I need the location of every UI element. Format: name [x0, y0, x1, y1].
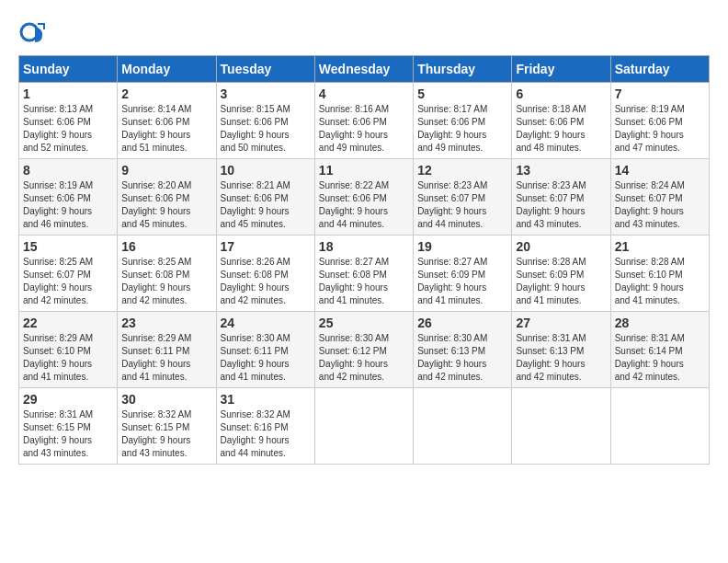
day-info: Sunrise: 8:28 AM Sunset: 6:10 PM Dayligh… [615, 256, 705, 307]
day-info: Sunrise: 8:31 AM Sunset: 6:15 PM Dayligh… [23, 408, 113, 460]
calendar-cell: 8Sunrise: 8:19 AM Sunset: 6:06 PM Daylig… [19, 159, 118, 236]
calendar-cell: 1Sunrise: 8:13 AM Sunset: 6:06 PM Daylig… [19, 83, 118, 159]
day-info: Sunrise: 8:23 AM Sunset: 6:07 PM Dayligh… [417, 179, 507, 231]
calendar-cell [512, 388, 610, 465]
calendar-cell: 5Sunrise: 8:17 AM Sunset: 6:06 PM Daylig… [414, 83, 512, 159]
day-number: 21 [615, 239, 705, 254]
day-info: Sunrise: 8:22 AM Sunset: 6:06 PM Dayligh… [319, 179, 409, 231]
day-number: 31 [221, 392, 311, 407]
calendar-cell: 3Sunrise: 8:15 AM Sunset: 6:06 PM Daylig… [216, 83, 314, 159]
calendar-cell: 29Sunrise: 8:31 AM Sunset: 6:15 PM Dayli… [19, 388, 118, 465]
day-info: Sunrise: 8:23 AM Sunset: 6:07 PM Dayligh… [516, 179, 606, 231]
day-info: Sunrise: 8:18 AM Sunset: 6:06 PM Dayligh… [516, 103, 606, 155]
weekday-header-thursday: Thursday [414, 56, 512, 83]
day-number: 30 [121, 392, 211, 407]
calendar-cell: 14Sunrise: 8:24 AM Sunset: 6:07 PM Dayli… [610, 159, 709, 236]
day-number: 26 [417, 316, 507, 330]
calendar-cell: 28Sunrise: 8:31 AM Sunset: 6:14 PM Dayli… [610, 312, 709, 388]
calendar-cell [610, 388, 709, 465]
calendar-cell: 20Sunrise: 8:28 AM Sunset: 6:09 PM Dayli… [512, 236, 610, 312]
calendar-cell: 31Sunrise: 8:32 AM Sunset: 6:16 PM Dayli… [216, 388, 314, 465]
calendar-cell: 22Sunrise: 8:29 AM Sunset: 6:10 PM Dayli… [19, 312, 118, 388]
day-info: Sunrise: 8:30 AM Sunset: 6:11 PM Dayligh… [221, 332, 311, 384]
day-number: 10 [221, 163, 311, 178]
day-info: Sunrise: 8:15 AM Sunset: 6:06 PM Dayligh… [221, 103, 311, 155]
day-info: Sunrise: 8:24 AM Sunset: 6:07 PM Dayligh… [615, 179, 705, 231]
day-info: Sunrise: 8:17 AM Sunset: 6:06 PM Dayligh… [417, 103, 507, 155]
calendar-cell: 15Sunrise: 8:25 AM Sunset: 6:07 PM Dayli… [19, 236, 118, 312]
day-number: 6 [516, 86, 606, 101]
day-number: 18 [319, 239, 409, 254]
day-info: Sunrise: 8:28 AM Sunset: 6:09 PM Dayligh… [516, 256, 606, 307]
day-info: Sunrise: 8:32 AM Sunset: 6:15 PM Dayligh… [121, 408, 211, 460]
day-info: Sunrise: 8:29 AM Sunset: 6:10 PM Dayligh… [23, 332, 113, 384]
calendar-cell: 11Sunrise: 8:22 AM Sunset: 6:06 PM Dayli… [314, 159, 413, 236]
day-number: 25 [319, 316, 409, 330]
calendar-cell: 25Sunrise: 8:30 AM Sunset: 6:12 PM Dayli… [314, 312, 413, 388]
weekday-header-tuesday: Tuesday [216, 56, 314, 83]
day-info: Sunrise: 8:27 AM Sunset: 6:08 PM Dayligh… [319, 256, 409, 307]
day-number: 28 [615, 316, 705, 330]
day-info: Sunrise: 8:14 AM Sunset: 6:06 PM Dayligh… [121, 103, 211, 155]
day-number: 17 [221, 239, 311, 254]
day-info: Sunrise: 8:19 AM Sunset: 6:06 PM Dayligh… [615, 103, 705, 155]
calendar-cell: 9Sunrise: 8:20 AM Sunset: 6:06 PM Daylig… [118, 159, 216, 236]
day-info: Sunrise: 8:16 AM Sunset: 6:06 PM Dayligh… [319, 103, 409, 155]
day-info: Sunrise: 8:21 AM Sunset: 6:06 PM Dayligh… [221, 179, 311, 231]
day-number: 4 [319, 86, 409, 101]
calendar-cell: 26Sunrise: 8:30 AM Sunset: 6:13 PM Dayli… [414, 312, 512, 388]
calendar-cell: 16Sunrise: 8:25 AM Sunset: 6:08 PM Dayli… [118, 236, 216, 312]
weekday-header-saturday: Saturday [610, 56, 709, 83]
calendar-cell [314, 388, 413, 465]
calendar-cell: 27Sunrise: 8:31 AM Sunset: 6:13 PM Dayli… [512, 312, 610, 388]
day-number: 29 [23, 392, 113, 407]
calendar-cell: 13Sunrise: 8:23 AM Sunset: 6:07 PM Dayli… [512, 159, 610, 236]
day-info: Sunrise: 8:25 AM Sunset: 6:07 PM Dayligh… [23, 256, 113, 307]
day-info: Sunrise: 8:27 AM Sunset: 6:09 PM Dayligh… [417, 256, 507, 307]
day-number: 27 [516, 316, 606, 330]
day-info: Sunrise: 8:13 AM Sunset: 6:06 PM Dayligh… [23, 103, 113, 155]
day-info: Sunrise: 8:30 AM Sunset: 6:12 PM Dayligh… [319, 332, 409, 384]
calendar-cell: 18Sunrise: 8:27 AM Sunset: 6:08 PM Dayli… [314, 236, 413, 312]
day-number: 16 [121, 239, 211, 254]
day-info: Sunrise: 8:31 AM Sunset: 6:13 PM Dayligh… [516, 332, 606, 384]
weekday-header-sunday: Sunday [19, 56, 118, 83]
day-info: Sunrise: 8:20 AM Sunset: 6:06 PM Dayligh… [121, 179, 211, 231]
calendar-cell: 6Sunrise: 8:18 AM Sunset: 6:06 PM Daylig… [512, 83, 610, 159]
calendar-cell: 7Sunrise: 8:19 AM Sunset: 6:06 PM Daylig… [610, 83, 709, 159]
calendar-cell: 24Sunrise: 8:30 AM Sunset: 6:11 PM Dayli… [216, 312, 314, 388]
calendar-cell: 23Sunrise: 8:29 AM Sunset: 6:11 PM Dayli… [118, 312, 216, 388]
day-number: 13 [516, 163, 606, 178]
day-info: Sunrise: 8:26 AM Sunset: 6:08 PM Dayligh… [221, 256, 311, 307]
day-number: 20 [516, 239, 606, 254]
logo-icon [18, 18, 46, 46]
day-number: 9 [121, 163, 211, 178]
calendar-cell [414, 388, 512, 465]
calendar-cell: 21Sunrise: 8:28 AM Sunset: 6:10 PM Dayli… [610, 236, 709, 312]
day-number: 2 [121, 86, 211, 101]
day-number: 3 [221, 86, 311, 101]
day-number: 14 [615, 163, 705, 178]
day-number: 24 [221, 316, 311, 330]
day-number: 8 [23, 163, 113, 178]
day-number: 22 [23, 316, 113, 330]
weekday-header-monday: Monday [118, 56, 216, 83]
calendar-cell: 30Sunrise: 8:32 AM Sunset: 6:15 PM Dayli… [118, 388, 216, 465]
day-info: Sunrise: 8:31 AM Sunset: 6:14 PM Dayligh… [615, 332, 705, 384]
calendar-cell: 10Sunrise: 8:21 AM Sunset: 6:06 PM Dayli… [216, 159, 314, 236]
day-number: 5 [417, 86, 507, 101]
calendar-cell: 12Sunrise: 8:23 AM Sunset: 6:07 PM Dayli… [414, 159, 512, 236]
calendar-cell: 17Sunrise: 8:26 AM Sunset: 6:08 PM Dayli… [216, 236, 314, 312]
day-info: Sunrise: 8:32 AM Sunset: 6:16 PM Dayligh… [221, 408, 311, 460]
day-number: 7 [615, 86, 705, 101]
day-number: 23 [121, 316, 211, 330]
weekday-header-friday: Friday [512, 56, 610, 83]
calendar-cell: 19Sunrise: 8:27 AM Sunset: 6:09 PM Dayli… [414, 236, 512, 312]
day-number: 15 [23, 239, 113, 254]
calendar-cell: 2Sunrise: 8:14 AM Sunset: 6:06 PM Daylig… [118, 83, 216, 159]
day-info: Sunrise: 8:25 AM Sunset: 6:08 PM Dayligh… [121, 256, 211, 307]
day-number: 19 [417, 239, 507, 254]
day-info: Sunrise: 8:30 AM Sunset: 6:13 PM Dayligh… [417, 332, 507, 384]
day-number: 11 [319, 163, 409, 178]
day-number: 1 [23, 86, 113, 101]
